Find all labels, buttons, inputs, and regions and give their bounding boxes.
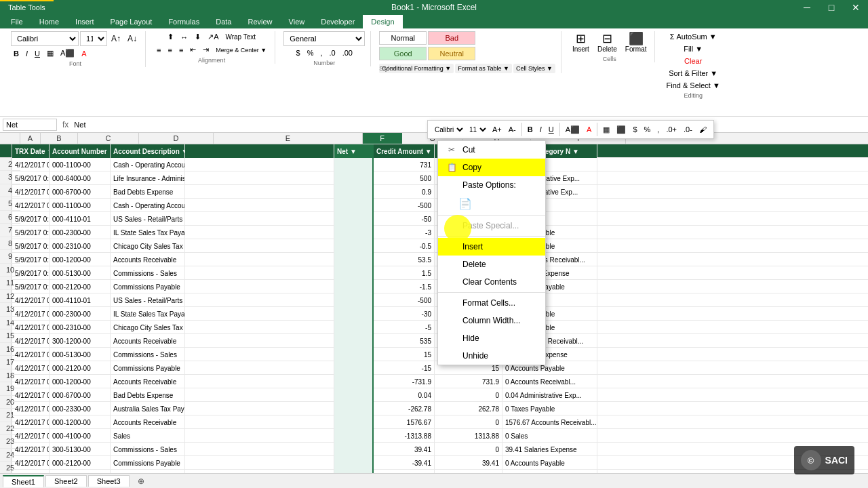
number-format-dropdown[interactable]: General — [283, 31, 365, 46]
cell-net[interactable] — [334, 321, 374, 334]
mini-fill-color[interactable]: A⬛ — [563, 124, 583, 136]
mini-border[interactable]: ▦ — [600, 124, 612, 136]
style-normal[interactable]: Normal — [379, 31, 427, 45]
style-good[interactable]: Good — [379, 47, 427, 60]
mini-dec-inc[interactable]: .0+ — [663, 124, 679, 135]
style-bad[interactable]: Bad — [428, 31, 475, 45]
align-left-button[interactable]: ≡ — [154, 44, 163, 56]
cell-net[interactable] — [334, 280, 374, 293]
ribbon-tab-insert[interactable]: Insert — [67, 15, 102, 28]
ribbon-tab-developer[interactable]: Developer — [313, 15, 363, 28]
cell-net[interactable] — [334, 388, 374, 402]
currency-button[interactable]: $ — [294, 47, 303, 58]
clear-button[interactable]: Clear — [682, 56, 705, 66]
cell-net[interactable] — [334, 334, 374, 348]
mini-underline[interactable]: U — [546, 124, 557, 135]
table-row[interactable]: 4/12/2017 0:00 000-1200-00 Accounts Rece… — [12, 415, 868, 429]
cell-net[interactable] — [334, 443, 374, 456]
insert-button[interactable]: ⊞ Insert — [570, 31, 592, 54]
format-button[interactable]: ⬛ Format — [623, 31, 650, 54]
context-menu-clear-contents[interactable]: Clear Contents — [438, 273, 545, 291]
mini-decrease-font[interactable]: A- — [506, 124, 519, 135]
cell-net[interactable] — [334, 293, 374, 307]
wrap-text-button[interactable]: Wrap Text — [222, 31, 258, 43]
cell-net[interactable] — [334, 415, 374, 429]
underline-button[interactable]: U — [32, 48, 43, 59]
table-row[interactable]: 4/12/2017 0:00 000-6700-00 Bad Debts Exp… — [12, 388, 868, 402]
ribbon-tab-formulas[interactable]: Formulas — [160, 15, 208, 28]
cell-net[interactable] — [334, 199, 374, 212]
cell-styles-button[interactable]: Cell Styles ▼ — [513, 64, 555, 73]
context-menu-copy[interactable]: 📋 Copy — [438, 159, 545, 176]
context-menu-cut[interactable]: ✂ Cut — [438, 141, 545, 159]
ribbon-tab-view[interactable]: View — [281, 15, 313, 28]
font-size-dropdown[interactable]: 11 — [80, 31, 107, 46]
mini-italic[interactable]: I — [537, 124, 545, 135]
cell-net[interactable] — [334, 253, 374, 266]
format-as-table-button[interactable]: Format as Table ▼ — [455, 64, 512, 73]
cell-net[interactable] — [334, 429, 374, 443]
cell-net[interactable] — [334, 185, 374, 199]
ribbon-tab-design[interactable]: Design — [363, 15, 402, 28]
font-color-button[interactable]: A — [79, 48, 89, 59]
mini-merge[interactable]: ⬛ — [614, 124, 629, 136]
mini-paintbrush[interactable]: 🖌 — [696, 124, 709, 135]
sheet-tab-3[interactable]: Sheet3 — [88, 475, 130, 487]
orientation-button[interactable]: ↗A — [205, 31, 221, 43]
col-header-B[interactable]: B — [41, 133, 78, 144]
cell-net[interactable] — [334, 266, 374, 280]
mini-font-dropdown[interactable]: Calibri — [432, 125, 465, 134]
mini-comma[interactable]: , — [654, 124, 662, 135]
table-row[interactable]: 4/12/2017 0:00 000-1200-00 Accounts Rece… — [12, 375, 868, 388]
percent-button[interactable]: % — [304, 47, 317, 58]
sheet-tab-1[interactable]: Sheet1 — [3, 475, 44, 487]
maximize-button[interactable]: □ — [819, 0, 844, 15]
mini-bold[interactable]: B — [525, 124, 536, 135]
mini-size-dropdown[interactable]: 11 — [467, 125, 488, 134]
mini-dec-dec[interactable]: .0- — [681, 124, 695, 135]
cell-net[interactable] — [334, 375, 374, 388]
align-center-button[interactable]: ≡ — [165, 44, 174, 56]
cell-net[interactable] — [334, 158, 374, 171]
ribbon-tab-review[interactable]: Review — [239, 15, 280, 28]
increase-font-button[interactable]: A↑ — [108, 33, 123, 45]
col-header-F[interactable]: F — [363, 133, 402, 144]
name-box[interactable] — [3, 119, 57, 131]
align-top-button[interactable]: ⬆ — [165, 31, 176, 43]
context-menu-hide[interactable]: Hide — [438, 329, 545, 347]
cell-net[interactable] — [334, 361, 374, 375]
context-menu-paste-icon-row[interactable]: 📄 — [438, 194, 545, 214]
ribbon-tab-file[interactable]: File — [3, 15, 31, 28]
fill-color-button[interactable]: A⬛ — [58, 47, 77, 59]
fill-button[interactable]: Fill ▼ — [681, 43, 705, 54]
font-name-dropdown[interactable]: Calibri — [11, 31, 79, 46]
mini-percent[interactable]: % — [642, 124, 654, 135]
mini-font-color[interactable]: A — [584, 124, 594, 135]
align-middle-button[interactable]: ↔ — [178, 31, 191, 43]
table-tools-tab[interactable]: Table Tools — [0, 0, 54, 14]
cell-net[interactable] — [334, 239, 374, 253]
align-bottom-button[interactable]: ⬇ — [192, 31, 203, 43]
ribbon-tab-data[interactable]: Data — [208, 15, 239, 28]
indent-inc-button[interactable]: ⇥ — [200, 44, 212, 56]
comma-button[interactable]: , — [317, 47, 325, 58]
col-header-D[interactable]: D — [139, 133, 214, 144]
bold-button[interactable]: B — [11, 48, 22, 59]
cell-net[interactable] — [334, 456, 374, 470]
col-header-A[interactable]: A — [20, 133, 41, 144]
sheet-tab-2[interactable]: Sheet2 — [45, 475, 87, 487]
style-neutral[interactable]: Neutral — [428, 47, 475, 60]
cell-net[interactable] — [334, 212, 374, 226]
mini-increase-font[interactable]: A+ — [490, 124, 505, 135]
sort-filter-button[interactable]: Sort & Filter ▼ — [666, 68, 720, 79]
context-menu-delete[interactable]: Delete — [438, 256, 545, 273]
align-right-button[interactable]: ≡ — [176, 44, 186, 56]
table-row[interactable]: 4/12/2017 0:00 000-2330-00 Australia Sal… — [12, 402, 868, 415]
table-row[interactable]: 4/12/2017 0:00 000-2120-00 Commissions P… — [12, 456, 868, 470]
delete-button[interactable]: ⊟ Delete — [595, 31, 620, 54]
merge-center-button[interactable]: Merge & Center ▼ — [213, 44, 269, 56]
cell-net[interactable] — [334, 226, 374, 239]
table-row[interactable]: 4/12/2017 0:00 000-4100-00 Sales -1313.8… — [12, 429, 868, 443]
cell-net[interactable] — [334, 307, 374, 321]
add-sheet-button[interactable]: ⊕ — [138, 476, 144, 486]
